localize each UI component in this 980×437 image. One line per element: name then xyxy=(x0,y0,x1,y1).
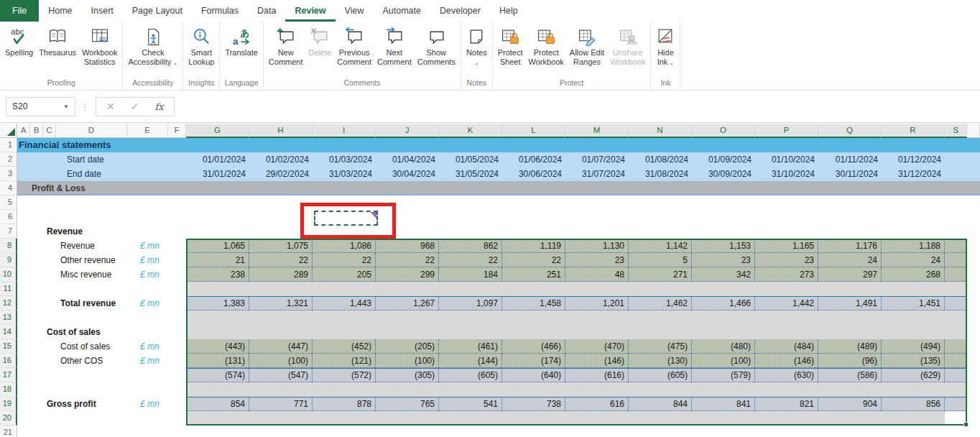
column-header-K[interactable]: K xyxy=(439,124,502,138)
translate-button[interactable]: あaTranslate xyxy=(222,24,260,58)
row-label[interactable]: Other revenue xyxy=(60,253,116,267)
cell-value[interactable]: (135) xyxy=(882,354,945,368)
cell-value[interactable]: 01/02/2024 xyxy=(249,152,313,167)
cell-value[interactable]: 30/11/2024 xyxy=(818,167,882,181)
cell-value[interactable]: (131) xyxy=(186,354,249,368)
cell-value[interactable]: (447) xyxy=(249,339,313,354)
cell-value[interactable]: 01/08/2024 xyxy=(629,152,692,167)
column-header-M[interactable]: M xyxy=(565,124,629,138)
allow-edit-ranges-button[interactable]: Allow EditRanges xyxy=(567,24,607,67)
cell-value[interactable]: (100) xyxy=(692,354,755,368)
row-header-15[interactable]: 15 xyxy=(0,339,17,354)
cell-value[interactable]: 22 xyxy=(439,253,502,267)
cell-value[interactable]: (640) xyxy=(502,368,565,382)
cell-value[interactable]: (616) xyxy=(565,368,629,382)
cell-value[interactable]: 854 xyxy=(186,397,249,411)
tab-formulas[interactable]: Formulas xyxy=(192,0,248,22)
check-accessibility-button[interactable]: CheckAccessibility ⌄ xyxy=(125,24,180,68)
thesaurus-button[interactable]: Thesaurus xyxy=(36,24,79,58)
cell-value[interactable]: (305) xyxy=(376,368,439,382)
row-header-12[interactable]: 12 xyxy=(0,296,17,310)
cell-value[interactable]: 1,065 xyxy=(186,239,249,253)
unit-label[interactable]: £ mn xyxy=(140,354,160,368)
cell-value[interactable]: 1,443 xyxy=(313,296,376,310)
row-header-21[interactable]: 21 xyxy=(0,426,17,437)
spelling-button[interactable]: abcSpelling xyxy=(2,24,36,58)
row-label[interactable]: Gross profit xyxy=(47,397,96,411)
cell-value[interactable]: (100) xyxy=(376,354,439,368)
unit-label[interactable]: £ mn xyxy=(140,239,160,253)
name-box[interactable]: S20 ▼ xyxy=(6,97,75,116)
cell-value[interactable]: 31/07/2024 xyxy=(565,167,629,181)
cell-value[interactable]: 1,130 xyxy=(565,239,629,253)
row-header-18[interactable]: 18 xyxy=(0,382,17,397)
cell-value[interactable]: 1,383 xyxy=(186,296,249,310)
cell-value[interactable]: 30/06/2024 xyxy=(502,167,565,181)
row-label[interactable]: Profit & Loss xyxy=(32,181,85,196)
cell-value[interactable]: 738 xyxy=(502,397,565,411)
cell-value[interactable]: 297 xyxy=(818,267,882,282)
select-all-corner[interactable] xyxy=(0,124,17,138)
cell-value[interactable]: (489) xyxy=(818,339,882,354)
cell-value[interactable]: 01/06/2024 xyxy=(502,152,565,167)
notes-button[interactable]: Notes⌄ xyxy=(463,24,490,68)
cell-value[interactable]: 841 xyxy=(692,397,755,411)
cell-value[interactable]: 862 xyxy=(439,239,502,253)
column-header-P[interactable]: P xyxy=(755,124,818,138)
tab-automate[interactable]: Automate xyxy=(373,0,430,22)
cell-value[interactable]: 01/10/2024 xyxy=(755,152,818,167)
cell-value[interactable]: 24 xyxy=(882,253,945,267)
cell-value[interactable]: (605) xyxy=(439,368,502,382)
row-header-20[interactable]: 20 xyxy=(0,411,17,426)
protect-sheet-button[interactable]: ProtectSheet xyxy=(495,24,526,67)
cell-value[interactable]: 24 xyxy=(818,253,882,267)
row-label[interactable]: Cost of sales xyxy=(47,325,101,339)
row-header-9[interactable]: 9 xyxy=(0,253,17,267)
cell-value[interactable]: (96) xyxy=(818,354,882,368)
row-label[interactable]: End date xyxy=(67,167,101,181)
cell-value[interactable]: 23 xyxy=(565,253,629,267)
cell-value[interactable]: (461) xyxy=(439,339,502,354)
row-header-4[interactable]: 4 xyxy=(0,181,17,196)
row-header-14[interactable]: 14 xyxy=(0,325,17,339)
column-header-J[interactable]: J xyxy=(376,124,439,138)
cell-value[interactable]: 01/11/2024 xyxy=(818,152,882,167)
cell-value[interactable]: 271 xyxy=(629,267,692,282)
cell-value[interactable]: 1,267 xyxy=(376,296,439,310)
unit-label[interactable]: £ mn xyxy=(140,253,160,267)
row-header-17[interactable]: 17 xyxy=(0,368,17,382)
row-header-13[interactable]: 13 xyxy=(0,310,17,325)
column-header-Q[interactable]: Q xyxy=(818,124,882,138)
cell-value[interactable]: 616 xyxy=(565,397,629,411)
cell-value[interactable]: 1,458 xyxy=(502,296,565,310)
cell-value[interactable]: 01/05/2024 xyxy=(439,152,502,167)
tab-developer[interactable]: Developer xyxy=(430,0,490,22)
row-header-5[interactable]: 5 xyxy=(0,196,17,210)
row-header-16[interactable]: 16 xyxy=(0,354,17,368)
tab-data[interactable]: Data xyxy=(248,0,285,22)
cell-value[interactable]: 268 xyxy=(882,267,945,282)
row-label[interactable]: Other COS xyxy=(60,354,103,368)
row-header-7[interactable]: 7 xyxy=(0,224,17,239)
row-header-10[interactable]: 10 xyxy=(0,267,17,282)
row-header-3[interactable]: 3 xyxy=(0,167,17,181)
cell-value[interactable]: 856 xyxy=(882,397,945,411)
cell-value[interactable]: 184 xyxy=(439,267,502,282)
hide-ink-button[interactable]: HideInk ⌄ xyxy=(653,24,678,68)
cell-value[interactable]: 22 xyxy=(313,253,376,267)
cell-value[interactable]: 904 xyxy=(818,397,882,411)
tab-page-layout[interactable]: Page Layout xyxy=(123,0,192,22)
cell-value[interactable]: 29/02/2024 xyxy=(249,167,313,181)
cell-value[interactable]: 1,451 xyxy=(882,296,945,310)
cell-value[interactable]: 878 xyxy=(313,397,376,411)
cell-value[interactable]: 21 xyxy=(186,253,249,267)
cell-value[interactable]: 1,321 xyxy=(249,296,313,310)
cell-value[interactable]: 342 xyxy=(692,267,755,282)
column-header-B[interactable]: B xyxy=(30,124,43,138)
workbook-statistics-button[interactable]: 123WorkbookStatistics xyxy=(79,24,120,67)
cell-value[interactable]: 22 xyxy=(249,253,313,267)
cell-value[interactable]: 5 xyxy=(629,253,692,267)
row-header-1[interactable]: 1 xyxy=(0,138,17,152)
cell-value[interactable]: 31/08/2024 xyxy=(629,167,692,181)
cell-value[interactable]: 31/10/2024 xyxy=(755,167,818,181)
